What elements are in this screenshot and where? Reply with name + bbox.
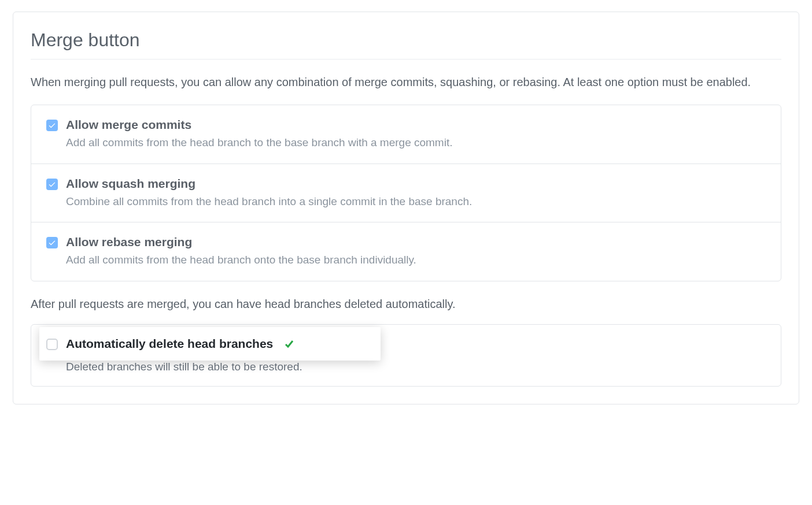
option-label: Allow merge commits	[66, 118, 766, 132]
option-allow-squash-merging: Allow squash merging Combine all commits…	[31, 164, 781, 223]
option-content: Allow rebase merging Add all commits fro…	[66, 235, 766, 268]
check-icon	[48, 180, 56, 188]
option-label: Allow squash merging	[66, 177, 766, 191]
option-label: Allow rebase merging	[66, 235, 766, 249]
check-icon	[48, 121, 56, 129]
success-check-icon	[283, 338, 295, 350]
option-content: Allow merge commits Add all commits from…	[66, 118, 766, 151]
option-description: Add all commits from the head branch ont…	[66, 252, 766, 268]
checkbox-allow-rebase-merging[interactable]	[46, 237, 58, 248]
checkbox-allow-merge-commits[interactable]	[46, 120, 58, 131]
option-label: Automatically delete head branches	[66, 337, 273, 351]
option-description: Deleted branches will still be able to b…	[66, 361, 766, 373]
merge-options-box: Allow merge commits Add all commits from…	[31, 105, 781, 281]
merge-button-settings: Merge button When merging pull requests,…	[13, 12, 799, 404]
checkbox-allow-squash-merging[interactable]	[46, 179, 58, 190]
highlight-popover: Automatically delete head branches	[39, 327, 381, 361]
option-content: Allow squash merging Combine all commits…	[66, 177, 766, 210]
option-auto-delete-branches: Automatically delete head branches Delet…	[31, 325, 781, 386]
intro-text: When merging pull requests, you can allo…	[31, 73, 781, 91]
checkbox-auto-delete-branches[interactable]	[46, 339, 58, 350]
auto-delete-box: Automatically delete head branches Delet…	[31, 324, 781, 387]
option-description: Combine all commits from the head branch…	[66, 194, 766, 210]
section-title: Merge button	[31, 29, 781, 60]
option-allow-rebase-merging: Allow rebase merging Add all commits fro…	[31, 222, 781, 281]
option-allow-merge-commits: Allow merge commits Add all commits from…	[31, 105, 781, 164]
after-merge-text: After pull requests are merged, you can …	[31, 295, 781, 313]
check-icon	[48, 239, 56, 247]
option-description: Add all commits from the head branch to …	[66, 135, 766, 151]
